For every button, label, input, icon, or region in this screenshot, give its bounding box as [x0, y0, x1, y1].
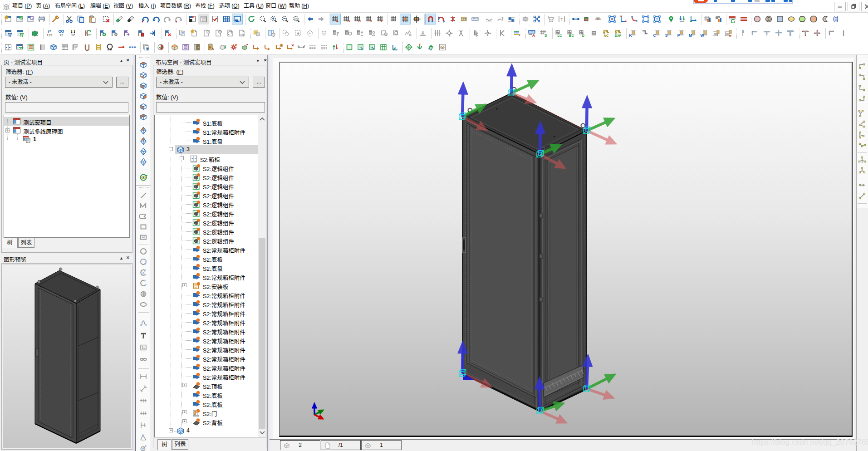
svg-text:9: 9: [48, 30, 49, 33]
svg-text:LC: LC: [558, 34, 563, 38]
svg-text:123: 123: [461, 18, 466, 21]
svg-text:A: A: [336, 19, 339, 23]
svg-text:W: W: [700, 33, 704, 38]
svg-text:P: P: [677, 33, 680, 38]
svg-text:NC: NC: [604, 34, 608, 37]
svg-text:123: 123: [47, 33, 53, 37]
svg-text:C: C: [653, 33, 656, 38]
svg-text:DXF: DXF: [615, 34, 622, 37]
svg-text:M: M: [689, 33, 692, 38]
svg-text:12: 12: [71, 33, 75, 37]
svg-text:K: K: [629, 33, 632, 38]
svg-text:100: 100: [294, 17, 298, 20]
svg-text:C: C: [358, 19, 361, 23]
svg-text:E: E: [381, 19, 384, 23]
svg-text:S: S: [544, 33, 547, 38]
svg-text:B: B: [348, 19, 350, 23]
svg-text:D: D: [582, 34, 585, 38]
svg-text:T: T: [560, 17, 563, 22]
svg-text:BC: BC: [569, 34, 574, 38]
svg-text:D: D: [370, 19, 373, 23]
svg-text:12: 12: [59, 33, 63, 37]
svg-text:A: A: [532, 33, 535, 38]
svg-text:S: S: [665, 33, 668, 38]
